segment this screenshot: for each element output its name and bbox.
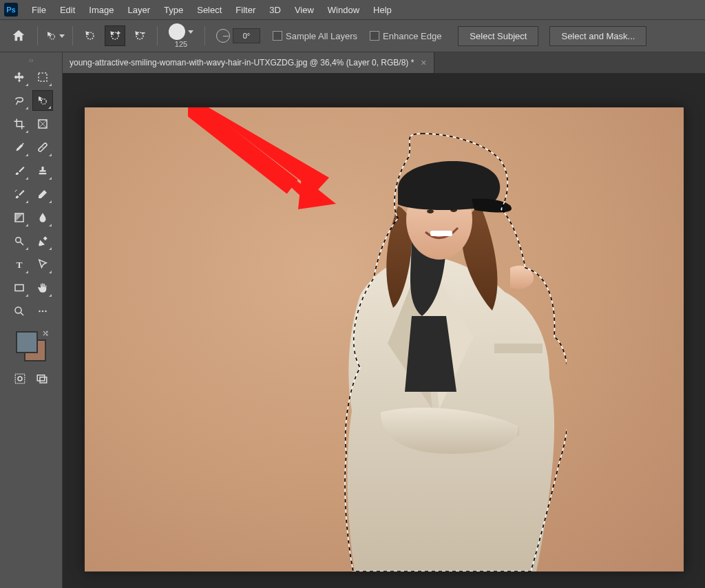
- canvas-viewport[interactable]: [63, 74, 705, 588]
- enhance-edge-checkbox[interactable]: Enhance Edge: [370, 31, 441, 41]
- frame-icon: [36, 118, 49, 130]
- brush-preview-circle: [169, 23, 185, 40]
- hand-tool[interactable]: [32, 277, 53, 298]
- svg-point-14: [15, 307, 21, 313]
- tool-preset-picker[interactable]: [45, 25, 65, 46]
- pen-tool[interactable]: [32, 231, 53, 251]
- marquee-icon: [36, 71, 49, 83]
- sample-all-layers-checkbox[interactable]: Sample All Layers: [273, 31, 357, 41]
- type-tool[interactable]: T: [9, 254, 30, 275]
- svg-rect-25: [430, 231, 452, 236]
- document-tab-bar: young-attractive-smiling-woman-with-wavy…: [63, 52, 705, 74]
- svg-text:T: T: [16, 260, 22, 270]
- svg-point-19: [18, 377, 22, 381]
- eyedropper-icon: [13, 141, 25, 154]
- rectangle-icon: [13, 282, 25, 294]
- close-tab-button[interactable]: ×: [421, 57, 426, 68]
- brush-angle-control[interactable]: [216, 28, 260, 43]
- sample-all-layers-label: Sample All Layers: [286, 31, 357, 41]
- color-swatches[interactable]: ⤭: [16, 331, 46, 361]
- menu-file[interactable]: File: [25, 2, 53, 18]
- brush-preset-picker[interactable]: 125: [169, 23, 193, 48]
- move-tool[interactable]: [9, 67, 30, 87]
- menu-help[interactable]: Help: [366, 2, 399, 18]
- document-tab[interactable]: young-attractive-smiling-woman-with-wavy…: [63, 52, 434, 73]
- menu-window[interactable]: Window: [321, 2, 366, 18]
- brush-size-label: 125: [175, 40, 187, 48]
- canvas[interactable]: [85, 107, 684, 571]
- subtract-selection-icon: [133, 29, 147, 43]
- svg-point-15: [39, 311, 40, 312]
- subtract-from-selection-button[interactable]: [129, 25, 150, 46]
- annotation-arrow: [188, 107, 339, 211]
- svg-point-17: [45, 311, 46, 312]
- eraser-tool[interactable]: [32, 184, 53, 204]
- screen-mode-button[interactable]: [34, 371, 50, 386]
- dodge-tool[interactable]: [9, 231, 30, 251]
- brush-tool[interactable]: [9, 160, 30, 181]
- svg-rect-18: [15, 374, 25, 384]
- rectangle-tool[interactable]: [9, 277, 30, 298]
- lasso-tool[interactable]: [9, 90, 30, 111]
- svg-point-9: [42, 147, 43, 148]
- select-subject-button[interactable]: Select Subject: [458, 26, 538, 46]
- menu-select[interactable]: Select: [190, 2, 229, 18]
- quick-mask-mode-button[interactable]: [12, 371, 28, 386]
- svg-rect-20: [37, 375, 45, 381]
- menu-layer[interactable]: Layer: [121, 2, 158, 18]
- crop-icon: [13, 118, 25, 130]
- quick-selection-tool[interactable]: [32, 90, 53, 111]
- history-brush-icon: [13, 188, 25, 200]
- options-bar: 125 Sample All Layers Enhance Edge Selec…: [0, 19, 705, 52]
- select-and-mask-button[interactable]: Select and Mask...: [549, 26, 646, 46]
- path-selection-tool[interactable]: [32, 254, 53, 275]
- history-brush-tool[interactable]: [9, 184, 30, 204]
- dodge-icon: [13, 235, 25, 247]
- quick-select-icon: [45, 29, 57, 43]
- pen-icon: [36, 235, 49, 247]
- gradient-icon: [13, 211, 25, 224]
- lasso-icon: [13, 94, 25, 107]
- brush-icon: [13, 165, 25, 177]
- frame-tool[interactable]: [32, 114, 53, 134]
- tools-collapse-handle[interactable]: ››: [29, 56, 34, 64]
- divider: [204, 26, 205, 45]
- checkbox-icon: [370, 31, 379, 41]
- eyedropper-tool[interactable]: [9, 137, 30, 158]
- enhance-edge-label: Enhance Edge: [383, 31, 441, 41]
- zoom-tool[interactable]: [9, 301, 30, 322]
- chevron-down-icon: [59, 34, 65, 38]
- new-selection-button[interactable]: [80, 25, 101, 46]
- add-to-selection-button[interactable]: [105, 25, 125, 46]
- angle-input[interactable]: [233, 28, 260, 43]
- swap-colors-icon[interactable]: ⤭: [42, 328, 49, 338]
- menu-3d[interactable]: 3D: [262, 2, 288, 18]
- foreground-color-swatch[interactable]: [16, 331, 38, 353]
- gradient-tool[interactable]: [9, 207, 30, 228]
- menu-type[interactable]: Type: [157, 2, 190, 18]
- new-selection-icon: [83, 29, 97, 43]
- svg-point-16: [42, 311, 43, 312]
- menu-view[interactable]: View: [288, 2, 321, 18]
- arrow-cursor-icon: [36, 258, 49, 271]
- clone-stamp-tool[interactable]: [32, 160, 53, 181]
- move-icon: [13, 71, 25, 83]
- document-area: young-attractive-smiling-woman-with-wavy…: [63, 52, 705, 588]
- divider: [37, 26, 38, 45]
- quick-select-icon: [36, 94, 49, 107]
- menu-edit[interactable]: Edit: [53, 2, 82, 18]
- svg-rect-4: [142, 32, 145, 34]
- svg-rect-21: [40, 377, 47, 383]
- svg-rect-5: [39, 73, 47, 81]
- crop-tool[interactable]: [9, 114, 30, 134]
- divider: [72, 26, 73, 45]
- type-icon: T: [13, 258, 25, 271]
- edit-toolbar-button[interactable]: [32, 301, 53, 322]
- healing-brush-tool[interactable]: [32, 137, 53, 158]
- menu-filter[interactable]: Filter: [229, 2, 262, 18]
- add-selection-icon: [108, 29, 122, 43]
- blur-tool[interactable]: [32, 207, 53, 228]
- menu-image[interactable]: Image: [82, 2, 120, 18]
- home-button[interactable]: [7, 24, 30, 48]
- marquee-tool[interactable]: [32, 67, 53, 87]
